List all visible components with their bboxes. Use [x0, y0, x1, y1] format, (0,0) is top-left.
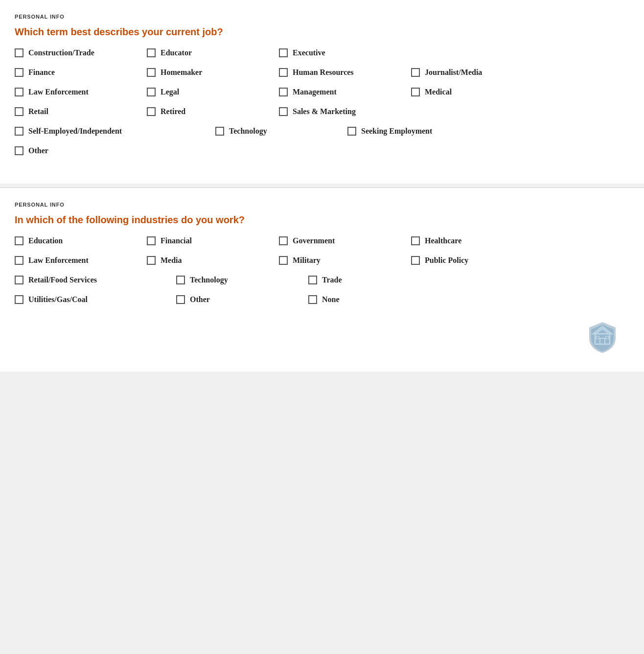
section2-label: PERSONAL INFO — [15, 202, 629, 208]
retired-checkbox[interactable] — [147, 107, 156, 116]
law-enforcement2-label: Law Enforcement — [28, 256, 89, 265]
trade-checkbox[interactable] — [308, 276, 317, 284]
medical-checkbox[interactable] — [411, 88, 420, 96]
checkbox-item-military: Military — [279, 256, 406, 265]
section-current-job: PERSONAL INFO Which term best describes … — [0, 0, 644, 184]
checkbox-row: Law Enforcement Legal Management Medical — [15, 88, 629, 98]
education-checkbox[interactable] — [15, 236, 23, 245]
checkbox-item-retail-food: Retail/Food Services — [15, 276, 171, 284]
executive-checkbox[interactable] — [279, 48, 288, 57]
military-checkbox[interactable] — [279, 256, 288, 265]
government-label: Government — [293, 236, 335, 245]
section-industry: PERSONAL INFO In which of the following … — [0, 188, 644, 372]
section1-question: Which term best describes your current j… — [15, 26, 629, 38]
checkbox-row: Utilities/Gas/Coal Other None — [15, 295, 629, 306]
none-label: None — [322, 295, 340, 304]
finance-label: Finance — [28, 68, 55, 77]
finance-checkbox[interactable] — [15, 68, 23, 77]
section2-checkbox-grid: Education Financial Government Healthcar… — [15, 236, 629, 315]
section2-question: In which of the following industries do … — [15, 214, 629, 226]
checkbox-item-law-enforcement2: Law Enforcement — [15, 256, 142, 265]
legal-checkbox[interactable] — [147, 88, 156, 96]
construction-checkbox[interactable] — [15, 48, 23, 57]
checkbox-item-legal: Legal — [147, 88, 274, 96]
none-checkbox[interactable] — [308, 295, 317, 304]
checkbox-item-trade: Trade — [308, 276, 436, 284]
journalist-label: Journalist/Media — [425, 68, 482, 77]
homemaker-checkbox[interactable] — [147, 68, 156, 77]
section1-label: PERSONAL INFO — [15, 14, 629, 20]
retail-checkbox[interactable] — [15, 107, 23, 116]
checkbox-item-media: Media — [147, 256, 274, 265]
checkbox-item-retail: Retail — [15, 107, 142, 116]
checkbox-item-public-policy: Public Policy — [411, 256, 538, 265]
human-resources-checkbox[interactable] — [279, 68, 288, 77]
utilities-label: Utilities/Gas/Coal — [28, 295, 88, 304]
checkbox-item-medical: Medical — [411, 88, 538, 96]
checkbox-item-journalist: Journalist/Media — [411, 68, 538, 77]
checkbox-item-sales-marketing: Sales & Marketing — [279, 107, 406, 116]
logo-area — [15, 320, 629, 354]
medical-label: Medical — [425, 88, 452, 96]
financial-label: Financial — [161, 236, 192, 245]
checkbox-item-government: Government — [279, 236, 406, 245]
checkbox-item-seeking-employment: Seeking Employment — [347, 127, 504, 136]
management-checkbox[interactable] — [279, 88, 288, 96]
checkbox-row: Law Enforcement Media Military Public Po… — [15, 256, 629, 267]
checkbox-item-executive: Executive — [279, 48, 406, 57]
construction-label: Construction/Trade — [28, 48, 94, 57]
checkbox-item-construction: Construction/Trade — [15, 48, 142, 57]
checkbox-item-homemaker: Homemaker — [147, 68, 274, 77]
checkbox-item-law-enforcement: Law Enforcement — [15, 88, 142, 96]
retired-label: Retired — [161, 107, 185, 116]
retail-food-checkbox[interactable] — [15, 276, 23, 284]
checkbox-item-none: None — [308, 295, 436, 304]
media-label: Media — [161, 256, 182, 265]
checkbox-item-management: Management — [279, 88, 406, 96]
public-policy-checkbox[interactable] — [411, 256, 420, 265]
seeking-employment-label: Seeking Employment — [361, 127, 432, 136]
section1-checkbox-grid: Construction/Trade Educator Executive Fi… — [15, 48, 629, 166]
other-label: Other — [28, 146, 48, 155]
homemaker-label: Homemaker — [161, 68, 202, 77]
government-checkbox[interactable] — [279, 236, 288, 245]
sales-marketing-checkbox[interactable] — [279, 107, 288, 116]
education-label: Education — [28, 236, 63, 245]
self-employed-checkbox[interactable] — [15, 127, 23, 136]
checkbox-row: Education Financial Government Healthcar… — [15, 236, 629, 247]
other-checkbox[interactable] — [15, 146, 23, 155]
educator-checkbox[interactable] — [147, 48, 156, 57]
legal-label: Legal — [161, 88, 179, 96]
law-enforcement-label: Law Enforcement — [28, 88, 89, 96]
journalist-checkbox[interactable] — [411, 68, 420, 77]
educator-label: Educator — [161, 48, 192, 57]
other2-label: Other — [190, 295, 210, 304]
checkbox-item-healthcare: Healthcare — [411, 236, 538, 245]
technology-label: Technology — [229, 127, 267, 136]
other2-checkbox[interactable] — [176, 295, 185, 304]
media-checkbox[interactable] — [147, 256, 156, 265]
technology2-checkbox[interactable] — [176, 276, 185, 284]
trade-label: Trade — [322, 276, 342, 284]
checkbox-row: Self-Employed/Independent Technology See… — [15, 127, 629, 138]
law-enforcement2-checkbox[interactable] — [15, 256, 23, 265]
law-enforcement-checkbox[interactable] — [15, 88, 23, 96]
executive-label: Executive — [293, 48, 325, 57]
checkbox-item-retired: Retired — [147, 107, 274, 116]
technology-checkbox[interactable] — [215, 127, 224, 136]
checkbox-item-utilities: Utilities/Gas/Coal — [15, 295, 171, 304]
retail-label: Retail — [28, 107, 48, 116]
checkbox-row: Other — [15, 146, 629, 157]
utilities-checkbox[interactable] — [15, 295, 23, 304]
healthcare-checkbox[interactable] — [411, 236, 420, 245]
healthcare-label: Healthcare — [425, 236, 461, 245]
self-employed-label: Self-Employed/Independent — [28, 127, 122, 136]
checkbox-item-technology2: Technology — [176, 276, 303, 284]
financial-checkbox[interactable] — [147, 236, 156, 245]
checkbox-row: Retail/Food Services Technology Trade — [15, 276, 629, 286]
checkbox-item-financial: Financial — [147, 236, 274, 245]
seeking-employment-checkbox[interactable] — [347, 127, 356, 136]
sales-marketing-label: Sales & Marketing — [293, 107, 356, 116]
checkbox-row: Finance Homemaker Human Resources Journa… — [15, 68, 629, 79]
checkbox-item-other2: Other — [176, 295, 303, 304]
